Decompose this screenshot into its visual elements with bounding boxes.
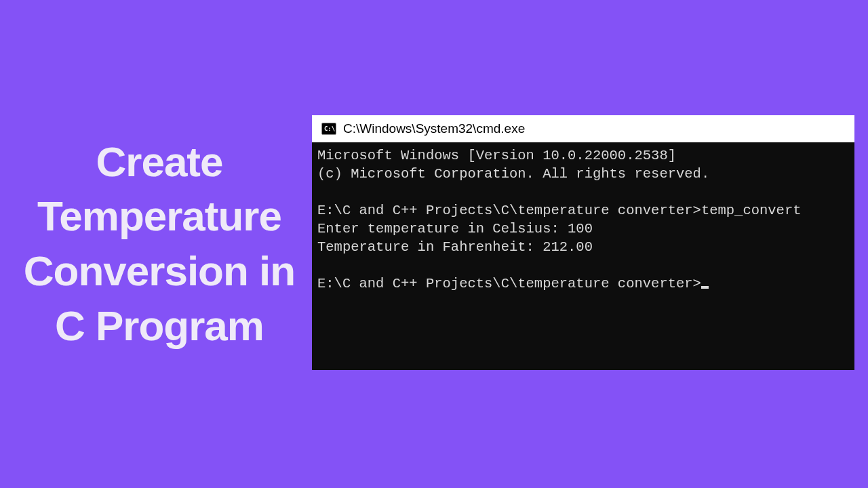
terminal-line: E:\C and C++ Projects\C\temperature conv… (317, 203, 802, 218)
cmd-window: C:\. C:\Windows\System32\cmd.exe Microso… (312, 115, 854, 370)
window-title-text: C:\Windows\System32\cmd.exe (343, 121, 525, 136)
terminal-prompt: E:\C and C++ Projects\C\temperature conv… (317, 276, 701, 291)
cmd-icon: C:\. (321, 123, 336, 135)
terminal-line: (c) Microsoft Corporation. All rights re… (317, 166, 709, 182)
window-title-bar[interactable]: C:\. C:\Windows\System32\cmd.exe (312, 115, 854, 142)
terminal-line: Temperature in Fahrenheit: 212.00 (317, 239, 593, 255)
terminal-line: Microsoft Windows [Version 10.0.22000.25… (317, 148, 676, 163)
terminal-output[interactable]: Microsoft Windows [Version 10.0.22000.25… (312, 142, 854, 370)
main-heading: Create Temperature Conversion in C Progr… (17, 135, 302, 353)
left-panel: Create Temperature Conversion in C Progr… (0, 135, 312, 353)
cursor (701, 286, 709, 289)
terminal-line: Enter temperature in Celsius: 100 (317, 221, 593, 237)
